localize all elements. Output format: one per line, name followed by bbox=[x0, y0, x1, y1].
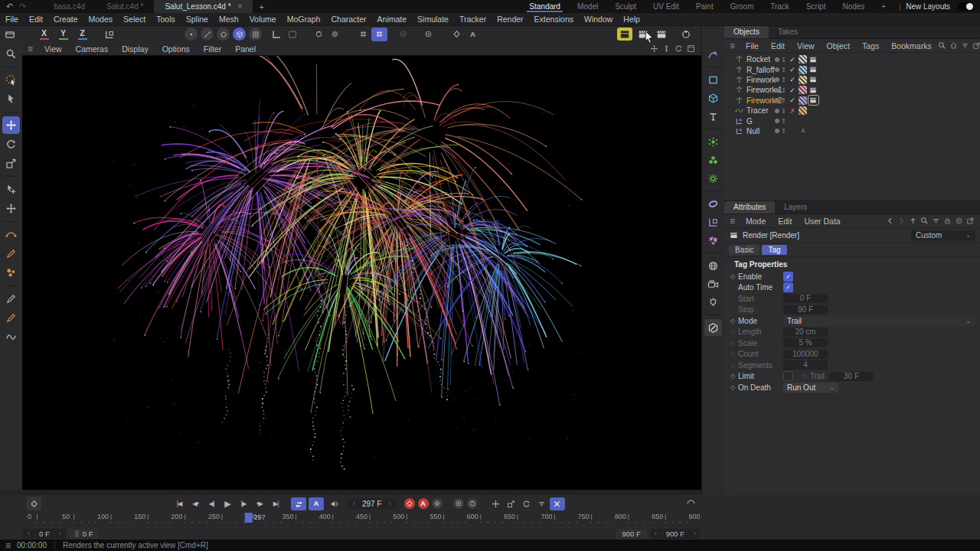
visibility-dots[interactable] bbox=[782, 57, 785, 62]
layout-tab-groom[interactable]: Groom bbox=[722, 0, 763, 13]
axis-modify-button[interactable] bbox=[395, 28, 411, 41]
render-visibility-dot[interactable] bbox=[782, 101, 785, 103]
layout-tab-nodes[interactable]: Nodes bbox=[834, 0, 873, 13]
visibility-dots[interactable] bbox=[782, 77, 785, 82]
object-manager-menu-icon[interactable]: ≡ bbox=[730, 41, 735, 51]
main-menu-edit[interactable]: Edit bbox=[24, 15, 48, 24]
keyframe-diamond-icon[interactable]: ◇ bbox=[729, 384, 737, 391]
undo-icon[interactable]: ↶ bbox=[6, 2, 13, 11]
prev-key-button[interactable]: ◀• bbox=[188, 497, 203, 510]
drag-handle[interactable] bbox=[75, 530, 79, 537]
render-queue-button[interactable] bbox=[654, 28, 669, 41]
axis-lock-z-button[interactable]: Z bbox=[77, 29, 88, 40]
objects-menu-view[interactable]: View bbox=[791, 41, 821, 51]
sculpt-brush-tool-button[interactable] bbox=[2, 290, 20, 308]
sound-button[interactable] bbox=[326, 497, 341, 510]
object-row-tracer[interactable]: Tracer✗ bbox=[724, 106, 980, 116]
add-layout-button[interactable]: + bbox=[873, 0, 894, 13]
disabled-icon[interactable]: ✗ bbox=[789, 107, 797, 115]
viewport-menu-cameras[interactable]: Cameras bbox=[69, 44, 116, 54]
editor-visibility-dot[interactable] bbox=[782, 119, 785, 121]
transform-tool-button[interactable] bbox=[2, 181, 20, 198]
render-visibility-dot[interactable] bbox=[782, 122, 785, 124]
next-key-button[interactable]: •▶ bbox=[252, 497, 267, 510]
spline-pen-tool-button[interactable] bbox=[2, 309, 20, 327]
segments-field[interactable]: 4 bbox=[783, 360, 828, 370]
preview-end-marker[interactable]: 900 F bbox=[616, 529, 646, 539]
record-parameter-button[interactable] bbox=[534, 497, 550, 510]
visibility-dots[interactable] bbox=[782, 129, 785, 133]
viewport-toggle-icon[interactable] bbox=[687, 44, 695, 53]
editor-visibility-dot[interactable] bbox=[782, 129, 785, 131]
range-start-spinner[interactable]: ‹ 0 F › bbox=[23, 529, 66, 539]
spinner-left-icon[interactable]: ‹ bbox=[353, 500, 355, 507]
keyframe-diamond-icon[interactable]: ◇ bbox=[729, 318, 737, 324]
mograph-cloner-button[interactable] bbox=[704, 152, 722, 168]
live-selection-tool-button[interactable] bbox=[2, 71, 20, 89]
center-axis-button[interactable] bbox=[420, 28, 436, 41]
enabled-icon[interactable]: ✓ bbox=[789, 96, 797, 104]
search-icon[interactable] bbox=[920, 217, 929, 225]
workplane-object-button[interactable] bbox=[704, 214, 722, 230]
goto-start-button[interactable]: |◀ bbox=[172, 497, 187, 510]
particle-emitter-button[interactable] bbox=[704, 133, 722, 150]
focus-icon[interactable] bbox=[955, 217, 963, 225]
keyframe-diamond-icon[interactable]: ◇ bbox=[729, 273, 737, 280]
keyframe-diamond-icon[interactable]: ◇ bbox=[729, 373, 737, 380]
preview-start-marker[interactable]: 0 F bbox=[69, 529, 100, 539]
main-menu-simulate[interactable]: Simulate bbox=[412, 15, 454, 24]
keyframe-diamond-icon[interactable]: ◇ bbox=[729, 328, 737, 335]
layer-dot[interactable] bbox=[775, 109, 779, 113]
interactive-render-button[interactable] bbox=[678, 28, 694, 41]
editor-visibility-dot[interactable] bbox=[782, 88, 785, 90]
axis-lock-x-button[interactable]: X bbox=[38, 29, 50, 40]
editor-visibility-dot[interactable] bbox=[782, 67, 785, 70]
enabled-icon[interactable]: ✓ bbox=[789, 56, 797, 64]
redo-icon[interactable]: ↷ bbox=[19, 2, 26, 11]
render-visibility-dot[interactable] bbox=[782, 60, 785, 62]
range-end-spinner[interactable]: ‹ 900 F › bbox=[650, 529, 701, 539]
main-menu-character[interactable]: Character bbox=[325, 15, 371, 24]
axis-lock-y-button[interactable]: Y bbox=[57, 29, 69, 40]
doc-tab-salut-lesson-c4d[interactable]: Salut_Lesson.c4d *× bbox=[154, 0, 253, 13]
autokeying-button[interactable]: A bbox=[418, 498, 429, 509]
render-visibility-dot[interactable] bbox=[782, 90, 785, 93]
render-visibility-dot[interactable] bbox=[782, 80, 785, 83]
objects-menu-file[interactable]: File bbox=[740, 41, 765, 51]
layout-tab-track[interactable]: Track bbox=[762, 0, 798, 13]
main-menu-tools[interactable]: Tools bbox=[151, 15, 181, 24]
viewport-menu-view[interactable]: View bbox=[38, 44, 69, 54]
object-row-firework-2[interactable]: Firework.2✓ bbox=[724, 96, 980, 106]
open-icon[interactable] bbox=[966, 217, 975, 225]
plane-primitive-button[interactable] bbox=[704, 71, 722, 88]
text-spline-button[interactable] bbox=[704, 108, 722, 125]
object-row-firework-1[interactable]: Firework.1✓ bbox=[724, 85, 980, 95]
spline-tools-button[interactable] bbox=[704, 46, 722, 63]
length-field[interactable]: 20 cm bbox=[783, 328, 828, 337]
keyframe-diamond-icon[interactable]: ◇ bbox=[729, 350, 737, 357]
zoom-tool-button[interactable] bbox=[2, 45, 20, 63]
texture-mode-button[interactable] bbox=[249, 28, 262, 41]
axis-mode-icon[interactable] bbox=[268, 28, 284, 41]
new-layouts-button[interactable]: New Layouts bbox=[906, 2, 950, 11]
attributes-menu-user-data[interactable]: User Data bbox=[798, 217, 846, 226]
layer-dot[interactable] bbox=[775, 98, 779, 103]
objects-tab-objects[interactable]: Objects bbox=[724, 26, 769, 38]
search-icon[interactable] bbox=[938, 41, 946, 50]
fracture-voronoi-button[interactable] bbox=[704, 232, 722, 249]
workplane-icon[interactable] bbox=[101, 28, 117, 41]
objects-menu-bookmarks[interactable]: Bookmarks bbox=[885, 41, 938, 51]
viewport-menu-filter[interactable]: Filter bbox=[197, 44, 228, 54]
main-menu-modes[interactable]: Modes bbox=[83, 15, 119, 24]
object-row-r-falloff[interactable]: R_falloff✓ bbox=[724, 64, 980, 74]
layout-tab-script[interactable]: Script bbox=[798, 0, 835, 13]
scatter-pen-tool-button[interactable] bbox=[2, 264, 20, 282]
count-field[interactable]: 100000 bbox=[783, 350, 828, 359]
layer-dot[interactable] bbox=[775, 77, 779, 82]
main-menu-animate[interactable]: Animate bbox=[372, 15, 413, 24]
texture-tag[interactable] bbox=[799, 96, 807, 105]
prev-frame-button[interactable]: ◀| bbox=[204, 497, 219, 510]
attributes-menu-edit[interactable]: Edit bbox=[772, 217, 798, 226]
viewport-canvas[interactable] bbox=[22, 56, 701, 491]
camera-object-button[interactable] bbox=[704, 276, 722, 292]
